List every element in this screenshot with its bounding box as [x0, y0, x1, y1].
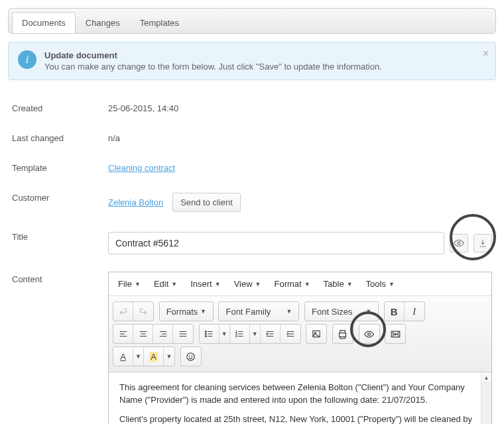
outdent-icon	[265, 329, 275, 339]
align-center-button[interactable]	[133, 325, 153, 343]
italic-button[interactable]: I	[405, 302, 424, 321]
eye-icon	[364, 329, 374, 339]
align-center-icon	[139, 329, 148, 339]
created-label: Created	[12, 101, 108, 113]
menu-file[interactable]: File▼	[118, 279, 141, 289]
send-to-client-button[interactable]: Send to client	[172, 193, 241, 212]
bullet-list-dropdown[interactable]: ▼	[220, 325, 230, 343]
menu-view[interactable]: View▼	[234, 279, 261, 289]
indent-button[interactable]	[281, 325, 300, 343]
insert-image-button[interactable]	[306, 325, 326, 343]
preview-button-toolbar[interactable]	[359, 325, 379, 343]
bg-color-dropdown[interactable]: ▼	[164, 347, 174, 366]
text-color-dropdown[interactable]: ▼	[133, 347, 144, 366]
align-right-button[interactable]	[153, 325, 173, 343]
numbered-list-button[interactable]: 123	[230, 325, 250, 343]
info-icon: i	[18, 50, 36, 69]
undo-button[interactable]	[113, 302, 133, 321]
editor-menubar: File▼ Edit▼ Insert▼ View▼ Format▼ Table▼…	[109, 272, 491, 296]
rich-text-editor: File▼ Edit▼ Insert▼ View▼ Format▼ Table▼…	[108, 272, 492, 424]
align-right-icon	[158, 329, 168, 339]
insert-media-button[interactable]	[385, 325, 405, 343]
svg-point-2	[206, 333, 207, 335]
customer-link[interactable]: Zelenia Bolton	[108, 197, 163, 207]
align-left-button[interactable]	[113, 325, 133, 343]
caret-icon: ▼	[171, 281, 177, 288]
svg-text:3: 3	[235, 335, 237, 338]
numbered-list-icon: 123	[235, 329, 244, 339]
bold-button[interactable]: B	[385, 302, 405, 321]
caret-icon: ▼	[389, 281, 395, 288]
editor-toolbar: Formats ▼ Font Family▼ Font Sizes▼ B I	[109, 296, 491, 372]
svg-point-1	[206, 331, 207, 333]
print-icon	[338, 329, 347, 339]
menu-tools[interactable]: Tools▼	[366, 279, 395, 289]
tab-changes[interactable]: Changes	[76, 12, 130, 33]
menu-table[interactable]: Table▼	[324, 279, 353, 289]
outdent-button[interactable]	[261, 325, 281, 343]
template-link[interactable]: Cleaning contract	[108, 163, 175, 173]
indent-icon	[286, 329, 295, 339]
alert-message: You can make any change to the form belo…	[44, 62, 382, 72]
tab-bar: Documents Changes Templates	[8, 8, 496, 34]
preview-button[interactable]	[450, 234, 468, 252]
scroll-up-icon[interactable]: ▲	[481, 372, 491, 383]
alert-title: Update document	[44, 50, 382, 60]
editor-scrollbar[interactable]: ▲ ▼	[481, 372, 491, 424]
undo-icon	[119, 307, 128, 316]
redo-button[interactable]	[133, 302, 153, 321]
body-paragraph: Client's property located at 25th street…	[119, 413, 481, 424]
title-label: Title	[12, 229, 108, 242]
text-color-button[interactable]: A	[113, 347, 133, 366]
menu-edit[interactable]: Edit▼	[154, 279, 177, 289]
text-color-icon: A	[120, 352, 126, 362]
bold-icon: B	[391, 306, 398, 317]
download-button[interactable]	[473, 234, 492, 252]
emoticon-button[interactable]	[181, 347, 201, 366]
svg-point-11	[187, 352, 194, 360]
body-paragraph: This agreement for cleaning services bet…	[119, 382, 481, 407]
created-value: 25-06-2015, 14:40	[108, 101, 492, 113]
image-icon	[312, 329, 321, 339]
print-button[interactable]	[333, 325, 353, 343]
svg-point-9	[368, 333, 371, 335]
caret-icon: ▼	[135, 281, 141, 288]
align-left-icon	[119, 329, 128, 339]
alert-close-icon[interactable]: ×	[483, 48, 489, 60]
italic-icon: I	[412, 306, 416, 317]
menu-format[interactable]: Format▼	[275, 279, 310, 289]
svg-point-12	[189, 355, 190, 356]
font-sizes-dropdown[interactable]: Font Sizes▼	[305, 302, 378, 321]
content-label: Content	[12, 272, 108, 284]
svg-point-3	[206, 336, 207, 337]
template-label: Template	[12, 160, 108, 173]
svg-point-0	[458, 242, 460, 244]
caret-icon: ▼	[255, 281, 261, 288]
caret-icon: ▼	[347, 281, 353, 288]
last-changed-label: Last changed	[12, 131, 108, 143]
caret-icon: ▼	[215, 281, 221, 288]
last-changed-value: n/a	[108, 131, 492, 143]
smiley-icon	[186, 352, 196, 362]
editor-content[interactable]: This agreement for cleaning services bet…	[109, 372, 491, 424]
bg-color-button[interactable]: A	[144, 347, 164, 366]
bg-color-icon: A	[149, 352, 158, 362]
numbered-list-dropdown[interactable]: ▼	[250, 325, 261, 343]
formats-dropdown[interactable]: Formats ▼	[160, 302, 213, 321]
svg-point-13	[192, 355, 192, 356]
update-alert: i Update document You can make any chang…	[8, 42, 496, 80]
title-input[interactable]	[108, 232, 444, 254]
media-icon	[391, 329, 401, 339]
align-justify-icon	[178, 329, 188, 339]
bullet-list-icon	[204, 329, 214, 339]
tab-templates[interactable]: Templates	[130, 12, 189, 33]
download-icon	[478, 238, 487, 248]
menu-insert[interactable]: Insert▼	[190, 279, 220, 289]
redo-icon	[139, 307, 148, 316]
tab-documents[interactable]: Documents	[12, 12, 76, 33]
font-family-dropdown[interactable]: Font Family▼	[219, 302, 298, 321]
eye-icon	[454, 238, 464, 248]
align-justify-button[interactable]	[173, 325, 193, 343]
bullet-list-button[interactable]	[200, 325, 220, 343]
caret-icon: ▼	[304, 281, 310, 288]
